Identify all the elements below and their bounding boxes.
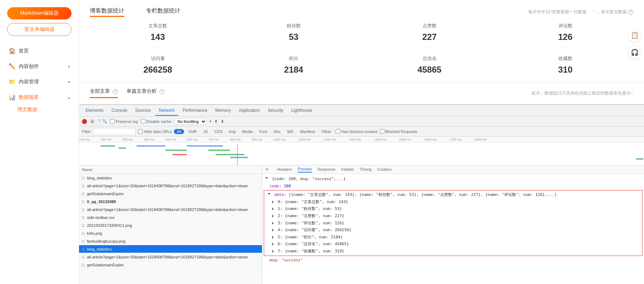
record-button[interactable] [82, 119, 87, 124]
timeline-bar [119, 147, 126, 149]
analysis-tab-all[interactable]: 全部文章 ? [90, 88, 118, 98]
sidebar-item-content-manage[interactable]: 📁 内容管理 ▾ [0, 74, 79, 90]
json-tab-preview[interactable]: Preview [298, 167, 312, 173]
timeline-bar [636, 158, 643, 160]
markdown-editor-button[interactable]: Markdown编辑器 [7, 7, 72, 19]
json-expand-item5[interactable] [272, 236, 274, 239]
import-icon[interactable]: ⬆ [214, 119, 218, 124]
blocked-requests-checkbox[interactable]: Blocked Requests [380, 129, 418, 134]
throttle-expand-icon[interactable]: ▾ [210, 119, 211, 123]
network-item-11[interactable]: □ getSubdomainExpire [79, 261, 262, 269]
json-tab-initiator[interactable]: Initiator [341, 167, 354, 172]
filter-xhr[interactable]: XHR [186, 129, 199, 134]
headset-icon[interactable]: 🎧 [628, 46, 641, 59]
disable-cache-checkbox[interactable]: Disable cache [141, 119, 171, 124]
edit-icon: ✏️ [9, 63, 16, 70]
throttle-select[interactable]: No throttling [174, 118, 207, 125]
devtools-tab-network[interactable]: Network [155, 106, 178, 116]
network-item-0[interactable]: □ blog_statistics [79, 174, 262, 182]
sidebar-item-data-star[interactable]: 📊 数据观星 ▴ [0, 90, 79, 105]
filter-ws[interactable]: WS [285, 129, 296, 134]
json-tab-timing[interactable]: Timing [360, 167, 372, 172]
filter-manifest[interactable]: Manifest [298, 129, 317, 134]
analysis-tabs: 全部文章 ? 单篇文章分析 ? [90, 88, 165, 98]
network-item-2[interactable]: □ getSubdomainExpire [79, 190, 262, 198]
json-data-section: data: [{name: "文章总数", num: 143}, {name: … [264, 190, 643, 256]
timeline-area: 100 ms 200 ms 300 ms 400 ms 500 ms 600 m… [79, 137, 644, 165]
json-tab-headers[interactable]: Headers [277, 167, 292, 172]
filter-icon[interactable]: ⊤ [98, 119, 101, 124]
filter-all[interactable]: All [174, 129, 184, 134]
filter-js[interactable]: JS [201, 129, 210, 134]
json-expand-item2[interactable] [272, 215, 274, 217]
network-item-1[interactable]: □ all-article?page=1&size=20&start=16184… [79, 182, 262, 190]
devtools-tab-elements[interactable]: Elements [82, 106, 107, 116]
devtools-tab-performance[interactable]: Performance [179, 106, 211, 116]
json-expand-item1[interactable] [272, 207, 274, 210]
filter-font[interactable]: Font [257, 129, 269, 134]
export-icon[interactable]: ⬇ [221, 119, 224, 124]
json-item-0: 0: {name: "文章总数", num: 143} [265, 198, 641, 206]
stats-note: 每天中午12:00更新前一日数据，「-」表示暂无数据 ? [528, 9, 633, 15]
json-tab-response[interactable]: Response [318, 167, 336, 172]
filter-bar: Filter Hide data URLs All XHR JS CSS Img… [79, 127, 644, 137]
json-expand-data[interactable] [268, 193, 271, 196]
timeline-bar [187, 145, 223, 147]
devtools-tab-sources[interactable]: Sources [132, 106, 155, 116]
hide-data-urls-checkbox[interactable]: Hide data URLs [138, 129, 172, 134]
devtools-main: Name □ blog_statistics □ all-article?pag… [79, 165, 644, 284]
json-expand-item6[interactable] [272, 243, 274, 246]
json-item-3: 3: {name: "评论数", num: 126} [265, 220, 641, 227]
devtools-tab-lighthouse[interactable]: Lighthouse [288, 106, 316, 116]
json-item-1: 1: {name: "粉丝数", num: 53} [265, 205, 641, 212]
devtools-controls: ⊘ ⊤ 🔍 Preserve log Disable cache No thro… [79, 116, 644, 127]
folder-icon: 📁 [9, 78, 16, 85]
analysis-tab-single[interactable]: 单篇文章分析 ? [126, 88, 165, 98]
sidebar-item-content-create[interactable]: ✏️ 内容创作 ▾ [0, 59, 79, 74]
preserve-log-checkbox[interactable]: Preserve log [110, 119, 138, 124]
sidebar-item-home[interactable]: 🏠 首页 [0, 43, 79, 59]
richtext-editor-button[interactable]: 富文本编辑器 [7, 23, 72, 36]
json-panel-close[interactable]: ✕ [265, 167, 268, 172]
network-item-10[interactable]: □ all-article?page=1&size=20&start=16184… [79, 253, 262, 261]
filter-css[interactable]: CSS [212, 129, 225, 134]
json-panel-header: ✕ Headers Preview Response Initiator Tim… [262, 165, 644, 174]
filter-input[interactable] [93, 128, 136, 135]
json-expand-item7[interactable] [272, 250, 274, 253]
network-item-8[interactable]: □ fanhuidingbucopy.png [79, 237, 262, 245]
filter-media[interactable]: Media [240, 129, 255, 134]
network-item-7[interactable]: □ kefu.png [79, 229, 262, 237]
has-blocked-cookies-checkbox[interactable]: Has blocked cookies [336, 129, 378, 134]
stat-favorites: 收藏数 310 [497, 55, 633, 75]
clear-button[interactable]: ⊘ [90, 119, 95, 124]
chevron-down-icon: ▾ [68, 64, 70, 69]
json-expand-item4[interactable] [272, 229, 274, 232]
network-item-4[interactable]: □ all-article?page=1&size=20&start=16184… [79, 206, 262, 214]
search-icon[interactable]: 🔍 [102, 119, 107, 124]
json-content: {code: 200, msg: "success",...} code: 20… [262, 174, 644, 284]
filter-other[interactable]: Other [319, 129, 334, 134]
sidebar-sub-blog-data[interactable]: 博文数据 [0, 105, 79, 114]
json-expand-root[interactable] [265, 177, 268, 180]
filter-doc[interactable]: Doc [271, 129, 283, 134]
json-expand-item3[interactable] [272, 222, 274, 225]
json-expand-item0[interactable] [272, 201, 274, 203]
json-tab-cookies[interactable]: Cookies [377, 167, 392, 172]
devtools-tab-security[interactable]: Security [264, 106, 287, 116]
json-item-6: 6: {name: "总排名", num: 45865} [265, 241, 641, 248]
devtools-tab-memory[interactable]: Memory [212, 106, 234, 116]
main-content: 博客数据统计 专栏数据统计 每天中午12:00更新前一日数据，「-」表示暂无数据… [79, 0, 644, 284]
network-item-6[interactable]: □ 20210329173300411.png [79, 221, 262, 229]
chevron-down-icon: ▾ [68, 79, 70, 84]
network-item-3[interactable]: □ 0_qq_35132089 [79, 198, 262, 206]
clipboard-icon[interactable]: 📋 [628, 29, 641, 42]
devtools-tab-application[interactable]: Application [235, 106, 263, 116]
network-item-9-selected[interactable]: □ blog_statistics [79, 245, 262, 253]
devtools-tab-console[interactable]: Console [108, 106, 131, 116]
network-item-5[interactable]: □ side-toolbar.css [79, 214, 262, 221]
json-panel-wrapper: ✕ Headers Preview Response Initiator Tim… [262, 165, 644, 284]
filter-img[interactable]: Img [227, 129, 238, 134]
stats-tab-blog[interactable]: 博客数据统计 [90, 7, 124, 17]
json-item-2: 2: {name: "点赞数", num: 227} [265, 212, 641, 220]
stats-tab-column[interactable]: 专栏数据统计 [146, 7, 180, 17]
